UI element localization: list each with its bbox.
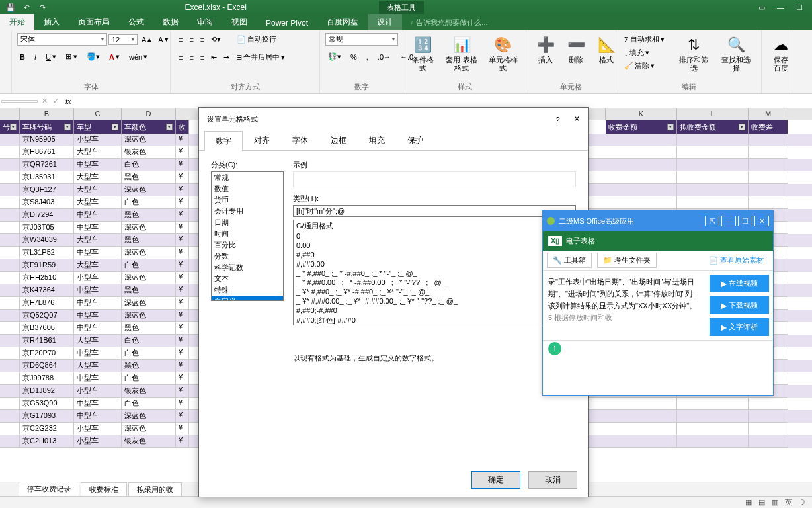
orientation-icon[interactable]: ⟲▾ (208, 34, 223, 45)
name-box[interactable] (1, 100, 38, 103)
table-header[interactable]: 收费金额▾ (606, 120, 677, 134)
align-bottom-icon[interactable]: ≡ (198, 34, 207, 45)
percent-icon[interactable]: % (348, 52, 360, 62)
maximize-icon[interactable]: ☐ (796, 3, 803, 12)
align-right-icon[interactable]: ≡ (198, 52, 207, 63)
category-item[interactable]: 数值 (212, 183, 283, 194)
minimize-icon[interactable]: — (777, 3, 784, 12)
table-header[interactable]: 拟收费金额▾ (677, 120, 749, 134)
tab-baidu[interactable]: 百度网盘 (317, 14, 368, 30)
indent-dec-icon[interactable]: ⇤ (208, 52, 220, 63)
font-size-dropdown[interactable]: 12▾ (108, 34, 138, 45)
conditional-format-button[interactable]: 🔢条件格式 (409, 33, 438, 74)
type-item[interactable]: _ * #,##0_ ;_ * -#,##0_ ;_ * "-"_ ;_ @_ (294, 269, 575, 278)
delete-cells-button[interactable]: ➖删除 (562, 33, 590, 65)
type-item[interactable]: #,##0;[红色]-#,##0 (294, 315, 575, 325)
autosum-button[interactable]: Σ 自动求和 ▾ (622, 33, 671, 46)
sheet-tab[interactable]: 收费标准 (81, 482, 127, 497)
sort-filter-button[interactable]: ⇅排序和筛选 (674, 33, 713, 74)
find-select-button[interactable]: 🔍查找和选择 (716, 33, 756, 74)
ribbon-options-icon[interactable]: ▭ (758, 3, 765, 12)
category-item[interactable]: 常规 (212, 172, 283, 183)
tab-data[interactable]: 数据 (153, 14, 188, 30)
bold-button[interactable]: B (17, 52, 28, 62)
ime-icon[interactable]: 英 (785, 497, 792, 507)
sheet-tab[interactable]: 拟采用的收 (128, 482, 182, 497)
align-top-icon[interactable]: ≡ (176, 34, 185, 45)
helper-close-icon[interactable]: ✕ (754, 216, 769, 226)
dialog-help-icon[interactable]: ? (555, 116, 559, 124)
type-input[interactable] (293, 205, 576, 217)
cancel-formula-icon[interactable]: ✕ (39, 97, 50, 105)
helper-min-icon[interactable]: — (721, 216, 736, 226)
italic-button[interactable]: I (32, 52, 39, 62)
cell-style-button[interactable]: 🎨单元格样式 (485, 33, 520, 74)
tab-home[interactable]: 开始 (0, 14, 34, 30)
category-item[interactable]: 百分比 (212, 239, 283, 251)
insert-cells-button[interactable]: ➕插入 (532, 33, 559, 65)
table-format-button[interactable]: 📊套用 表格格式 (440, 33, 483, 74)
wrap-text-button[interactable]: 📄 自动换行 (234, 33, 279, 46)
comma-icon[interactable]: , (364, 52, 371, 62)
category-item[interactable]: 货币 (212, 194, 283, 206)
type-list[interactable]: G/通用格式00.00#,##0#,##0.00_ * #,##0_ ;_ * … (293, 220, 576, 325)
ok-button[interactable]: 确定 (471, 471, 520, 489)
indent-inc-icon[interactable]: ⇥ (221, 52, 232, 63)
save-icon[interactable]: 💾 (4, 3, 17, 12)
category-item[interactable]: 特殊 (212, 284, 283, 296)
text-analysis-button[interactable]: ▶ 文字评析 (710, 318, 769, 336)
col-header[interactable]: L (677, 108, 749, 120)
fill-button[interactable]: ↓ 填充 ▾ (622, 46, 671, 59)
table-header[interactable]: 收 (176, 120, 189, 134)
col-header[interactable]: K (606, 108, 677, 120)
type-item[interactable]: #,##0 (294, 250, 575, 259)
table-header[interactable]: 车颜色▾ (122, 120, 176, 134)
currency-icon[interactable]: 💱▾ (325, 51, 344, 62)
col-header[interactable]: B (20, 108, 74, 120)
type-item[interactable]: _ * #,##0.00_ ;_ * -#,##0.00_ ;_ * "-"??… (294, 278, 575, 287)
category-list[interactable]: 常规数值货币会计专用日期时间百分比分数科学记数文本特殊自定义 (211, 171, 284, 301)
tab-view[interactable]: 视图 (222, 14, 257, 30)
sheet-tab[interactable]: 停车收费记录 (19, 482, 79, 497)
view-normal-icon[interactable]: ▦ (745, 498, 752, 507)
view-layout-icon[interactable]: ▤ (758, 498, 765, 507)
decrease-font-icon[interactable]: A▾ (155, 34, 171, 45)
undo-icon[interactable]: ↶ (20, 3, 33, 12)
tab-review[interactable]: 审阅 (188, 14, 222, 30)
cancel-button[interactable]: 取消 (528, 471, 577, 489)
increase-font-icon[interactable]: A▴ (139, 34, 154, 45)
tab-powerpivot[interactable]: Power Pivot (257, 16, 317, 30)
type-item[interactable]: #,##0;-#,##0 (294, 306, 575, 315)
table-header[interactable]: 收费差 (749, 120, 788, 134)
table-header[interactable]: 车型▾ (74, 120, 122, 134)
helper-badge[interactable]: 1 (548, 342, 561, 355)
fx-icon[interactable]: fx (61, 97, 75, 105)
tab-insert[interactable]: 插入 (34, 14, 69, 30)
type-item[interactable]: G/通用格式 (294, 220, 575, 232)
dialog-tab-border[interactable]: 边框 (319, 130, 358, 150)
category-item[interactable]: 科学记数 (212, 262, 283, 273)
tell-me[interactable]: 告诉我您想要做什么... (402, 15, 494, 30)
helper-max-icon[interactable]: ☐ (738, 216, 752, 226)
download-video-button[interactable]: ▶ 下载视频 (710, 296, 769, 314)
dialog-tab-align[interactable]: 对齐 (243, 130, 281, 150)
dialog-tab-font[interactable]: 字体 (281, 130, 319, 150)
table-header[interactable]: 号▾ (0, 120, 20, 134)
type-item[interactable]: _ ¥* #,##0.00_ ;_ ¥* -#,##0.00_ ;_ ¥* "-… (294, 296, 575, 306)
category-item[interactable]: 文本 (212, 273, 283, 284)
font-color-button[interactable]: A▾ (106, 51, 122, 62)
view-break-icon[interactable]: ▥ (772, 498, 778, 507)
moon-icon[interactable]: ☽ (799, 498, 805, 507)
category-item[interactable]: 分数 (212, 251, 283, 262)
number-format-dropdown[interactable]: 常规▾ (325, 33, 398, 46)
fill-color-button[interactable]: 🪣▾ (84, 51, 102, 62)
type-item[interactable]: 0 (294, 232, 575, 241)
inc-decimal-icon[interactable]: .0→ (375, 52, 393, 62)
helper-pin-icon[interactable]: ⇱ (705, 216, 719, 226)
accept-formula-icon[interactable]: ✓ (50, 97, 61, 105)
table-header[interactable]: 车牌号码▾ (20, 120, 74, 134)
phonetic-button[interactable]: wén ▾ (126, 51, 150, 62)
tab-formulas[interactable]: 公式 (119, 14, 153, 30)
col-header[interactable]: C (74, 108, 122, 120)
align-left-icon[interactable]: ≡ (176, 52, 185, 63)
